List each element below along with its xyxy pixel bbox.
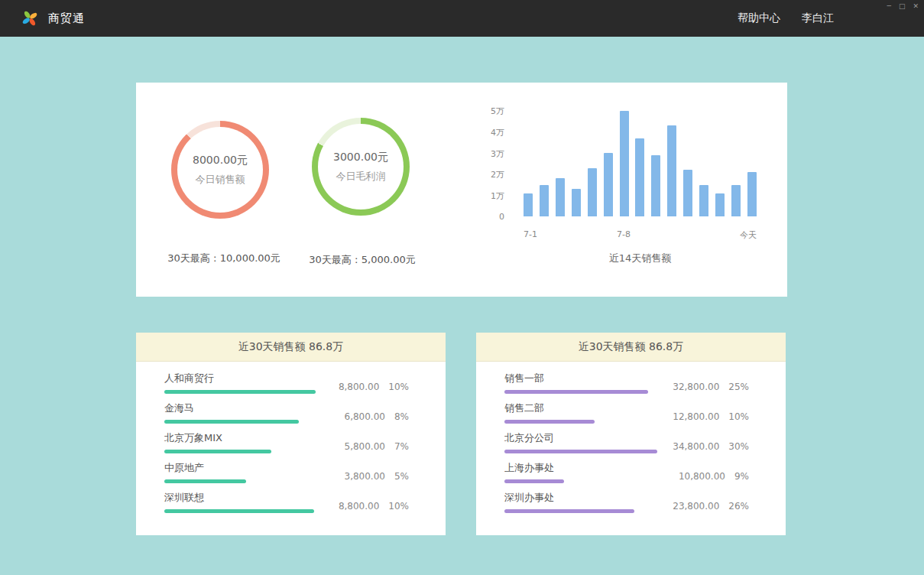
- departments-panel-title: 近30天销售额 86.8万: [476, 333, 786, 362]
- sales-bar: [747, 172, 757, 216]
- panel-row: 深圳办事处23,800.0026%: [504, 492, 749, 521]
- panel-row: 人和商贸行8,800.0010%: [164, 372, 409, 402]
- sales-bar: [683, 170, 692, 216]
- panel-row: 销售二部12,800.0010%: [504, 402, 749, 432]
- row-value: 8,800.0010%: [339, 382, 409, 392]
- panel-row: 金海马6,800.008%: [164, 402, 409, 432]
- row-bar: [504, 509, 634, 513]
- row-bar: [164, 390, 316, 394]
- minimize-icon[interactable]: ─: [887, 2, 891, 10]
- panel-row: 中原地产3,800.005%: [164, 462, 409, 492]
- help-center-link[interactable]: 帮助中心: [738, 11, 780, 25]
- sales-bar: [667, 125, 676, 216]
- sales-bar: [651, 155, 660, 216]
- bar-chart-x-axis: 7-1 7-8 今天: [524, 229, 757, 240]
- sales-bar: [604, 153, 613, 216]
- panel-row: 销售一部32,800.0025%: [504, 372, 749, 402]
- panel-row: 北京万象MIX5,800.007%: [164, 432, 409, 462]
- sales-bar: [731, 185, 741, 216]
- app-logo-icon: [21, 9, 39, 28]
- bar-chart-y-axis: 5万4万3万2万1万0: [472, 106, 504, 222]
- profit-30day-max: 30天最高：5,000.00元: [278, 253, 446, 267]
- row-bar: [164, 509, 314, 513]
- row-bar: [164, 450, 271, 453]
- panel-row: 北京分公司34,800.0030%: [504, 432, 749, 462]
- y-tick: 2万: [491, 169, 504, 180]
- bar-chart-title: 近14天销售额: [524, 252, 757, 265]
- row-value: 8,800.0010%: [339, 501, 409, 512]
- x-tick: 7-8: [617, 229, 631, 239]
- today-sales-value: 8000.00元: [193, 154, 248, 167]
- sales-bar: [715, 193, 725, 216]
- row-value: 34,800.0030%: [673, 441, 749, 452]
- y-tick: 0: [499, 212, 504, 222]
- y-tick: 5万: [491, 106, 504, 117]
- sales-bar: [620, 111, 629, 216]
- titlebar: 商贸通 帮助中心 李白江 ─ □ ✕: [0, 0, 924, 37]
- customers-sales-panel: 近30天销售额 86.8万 人和商贸行8,800.0010%金海马6,800.0…: [136, 333, 446, 535]
- maximize-icon[interactable]: □: [899, 2, 906, 10]
- departments-sales-panel: 近30天销售额 86.8万 销售一部32,800.0025%销售二部12,800…: [476, 333, 786, 535]
- row-bar: [504, 450, 657, 453]
- close-icon[interactable]: ✕: [913, 2, 919, 10]
- row-bar: [164, 479, 246, 483]
- y-tick: 4万: [491, 127, 504, 138]
- row-value: 6,800.008%: [345, 411, 409, 422]
- sales-bar: [540, 185, 549, 216]
- x-tick: 7-1: [524, 229, 537, 239]
- app-title: 商贸通: [48, 11, 85, 26]
- panel-row: 上海办事处10,800.009%: [504, 462, 749, 492]
- row-value: 5,800.007%: [345, 441, 409, 452]
- x-tick: 今天: [740, 229, 757, 241]
- y-tick: 3万: [491, 148, 504, 160]
- window-controls: ─ □ ✕: [887, 2, 919, 10]
- today-profit-donut: 3000.00元 今日毛利润: [312, 118, 410, 216]
- customers-panel-title: 近30天销售额 86.8万: [136, 333, 446, 362]
- row-bar: [504, 390, 648, 394]
- sales-bar: [524, 193, 533, 216]
- today-sales-donut: 8000.00元 今日销售额: [171, 121, 269, 219]
- panel-right-rows: 销售一部32,800.0025%销售二部12,800.0010%北京分公司34,…: [504, 372, 749, 521]
- row-value: 3,800.005%: [345, 471, 409, 482]
- row-bar: [504, 479, 564, 483]
- sales-bar: [635, 138, 644, 216]
- y-tick: 1万: [491, 190, 504, 202]
- current-user-link[interactable]: 李白江: [802, 11, 834, 25]
- row-value: 10,800.009%: [679, 471, 749, 482]
- today-sales-label: 今日销售额: [196, 173, 245, 187]
- sales-bar: [556, 178, 565, 216]
- sales-bar: [588, 168, 597, 216]
- bar-chart-bars: [524, 111, 757, 216]
- summary-card: 8000.00元 今日销售额 30天最高：10,000.00元 3000.00元…: [136, 83, 787, 297]
- row-bar: [504, 420, 595, 424]
- panel-left-rows: 人和商贸行8,800.0010%金海马6,800.008%北京万象MIX5,80…: [164, 372, 409, 521]
- row-value: 12,800.0010%: [673, 411, 749, 422]
- today-profit-label: 今日毛利润: [336, 170, 386, 184]
- row-value: 23,800.0026%: [673, 501, 749, 512]
- today-profit-value: 3000.00元: [333, 151, 388, 164]
- sales-bar: [572, 189, 581, 216]
- panel-row: 深圳联想8,800.0010%: [164, 492, 409, 521]
- row-bar: [164, 420, 299, 424]
- row-value: 32,800.0025%: [673, 382, 749, 392]
- sales-bar: [699, 185, 708, 216]
